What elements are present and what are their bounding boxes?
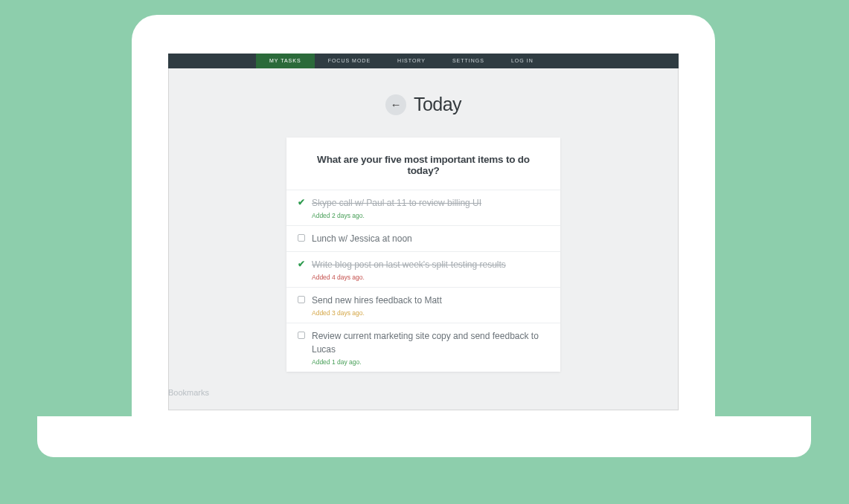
top-nav: MY TASKS FOCUS MODE HISTORY SETTINGS LOG… [168,54,679,68]
back-button[interactable]: ← [385,94,406,115]
tasks-card: What are your five most important items … [286,138,560,372]
check-icon: ✔ [298,197,305,207]
task-row[interactable]: Review current marketing site copy and s… [286,323,560,372]
task-meta: Added 4 days ago. [312,274,547,281]
task-checkbox[interactable] [297,233,306,242]
check-icon: ✔ [298,259,305,269]
task-checkbox[interactable]: ✔ [297,259,306,268]
nav-log-in[interactable]: LOG IN [498,54,547,68]
task-row[interactable]: ✔ Write blog post on last week's split-t… [286,251,560,287]
card-prompt: What are your five most important items … [286,138,560,190]
arrow-left-icon: ← [390,98,401,111]
task-meta: Added 1 day ago. [312,358,547,366]
task-meta: Added 2 days ago. [312,212,547,219]
task-text: Skype call w/ Paul at 11 to review billi… [312,196,547,210]
page-header: ← Today [168,94,679,115]
task-meta: Added 3 days ago. [312,309,547,317]
task-body: Skype call w/ Paul at 11 to review billi… [312,196,547,219]
task-checkbox[interactable] [297,295,306,304]
nav-focus-mode[interactable]: FOCUS MODE [315,54,384,68]
task-body: Send new hires feedback to Matt Added 3 … [312,294,547,317]
task-body: Lunch w/ Jessica at noon [312,232,547,245]
task-row[interactable]: Lunch w/ Jessica at noon [286,225,560,251]
app-screen: MY TASKS FOCUS MODE HISTORY SETTINGS LOG… [168,54,679,410]
bookmarks-label: Bookmarks [168,388,209,397]
task-text: Write blog post on last week's split-tes… [312,258,547,271]
page-title: Today [414,94,461,115]
task-checkbox[interactable]: ✔ [297,198,306,207]
task-text: Send new hires feedback to Matt [312,294,547,307]
task-text: Lunch w/ Jessica at noon [312,232,547,245]
task-body: Review current marketing site copy and s… [312,329,547,366]
checkbox-icon [298,234,305,242]
task-checkbox[interactable] [297,331,306,340]
nav-history[interactable]: HISTORY [384,54,439,68]
task-row[interactable]: Send new hires feedback to Matt Added 3 … [286,287,560,323]
laptop-base [37,416,811,457]
checkbox-icon [298,332,305,339]
checkbox-icon [298,296,305,303]
task-body: Write blog post on last week's split-tes… [312,258,547,281]
task-text: Review current marketing site copy and s… [312,329,547,356]
nav-my-tasks[interactable]: MY TASKS [256,54,315,68]
task-row[interactable]: ✔ Skype call w/ Paul at 11 to review bil… [286,190,560,225]
nav-settings[interactable]: SETTINGS [439,54,498,68]
